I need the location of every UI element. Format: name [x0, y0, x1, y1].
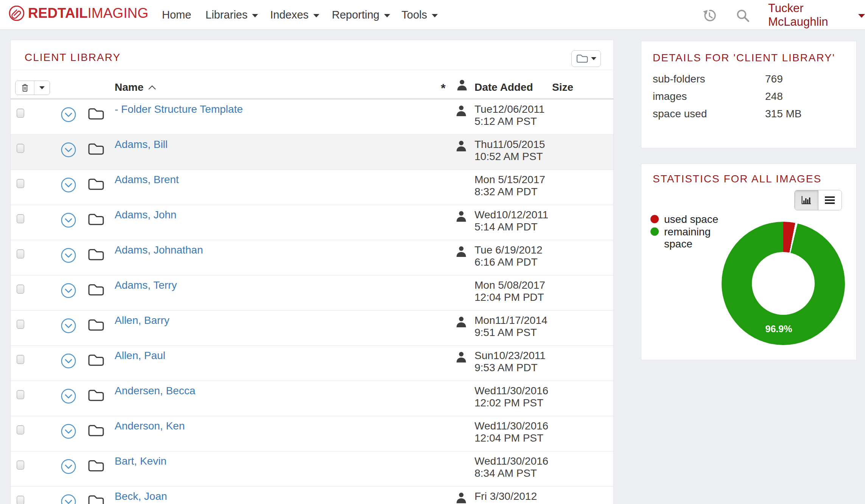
- folder-icon[interactable]: [87, 283, 104, 297]
- folder-name-link[interactable]: Adams, Johnathan: [115, 244, 203, 256]
- folder-name-link[interactable]: Adams, Brent: [115, 174, 179, 186]
- nav-item-label: Tools: [401, 9, 427, 21]
- expand-chevron-button[interactable]: [61, 213, 76, 228]
- folder-icon[interactable]: [87, 494, 104, 504]
- shared-person-icon: [456, 492, 467, 504]
- row-checkbox[interactable]: [17, 390, 24, 399]
- legend-item-remaining-space[interactable]: remaining space: [650, 226, 721, 250]
- date-added-cell: Mon 5/15/2017 8:32 AM PDT: [475, 174, 545, 198]
- expand-chevron-button[interactable]: [61, 424, 76, 439]
- folder-icon[interactable]: [87, 107, 104, 121]
- logo-text-light: IMAGING: [88, 5, 148, 21]
- detail-label: space used: [653, 108, 707, 120]
- row-checkbox[interactable]: [17, 496, 24, 504]
- folder-icon[interactable]: [87, 353, 104, 367]
- nav-item-indexes[interactable]: Indexes: [270, 0, 319, 30]
- expand-chevron-button[interactable]: [61, 142, 76, 157]
- delete-options-button[interactable]: [34, 81, 50, 95]
- expand-chevron-button[interactable]: [61, 318, 76, 333]
- folder-icon[interactable]: [87, 318, 104, 332]
- delete-button[interactable]: [16, 81, 34, 95]
- user-name: Tucker McLaughlin: [768, 2, 853, 29]
- client-library-panel: CLIENT LIBRARY Name *: [10, 40, 614, 504]
- folder-name-link[interactable]: - Folder Structure Template: [115, 103, 243, 115]
- row-checkbox[interactable]: [17, 144, 24, 153]
- folder-icon[interactable]: [87, 142, 104, 156]
- chart-view-toggle: [794, 190, 842, 210]
- folder-name-link[interactable]: Bart, Kevin: [115, 455, 166, 467]
- date-added: Wed11/30/2016: [475, 385, 548, 397]
- date-added: Wed10/12/2011: [475, 209, 548, 221]
- date-added: Sun10/23/2011: [475, 350, 546, 362]
- folder-icon[interactable]: [87, 389, 104, 402]
- folder-name-link[interactable]: Beck, Joan: [115, 490, 167, 502]
- nav-item-libraries[interactable]: Libraries: [205, 0, 258, 30]
- nav-item-label: Home: [162, 9, 191, 21]
- folder-name-link[interactable]: Andersen, Becca: [115, 385, 195, 397]
- folder-name-link[interactable]: Anderson, Ken: [115, 420, 185, 432]
- folder-icon[interactable]: [87, 424, 104, 437]
- expand-chevron-button[interactable]: [61, 353, 76, 369]
- time-added: 8:32 AM PDT: [475, 186, 545, 198]
- top-navbar: REDTAILIMAGING Home Libraries Indexes Re…: [0, 0, 865, 30]
- date-added-cell: Wed11/30/2016 12:02 PM PST: [475, 385, 548, 409]
- folder-icon[interactable]: [87, 213, 104, 226]
- folder-name-link[interactable]: Adams, Terry: [115, 279, 177, 291]
- date-added-cell: Fri 3/30/2012: [475, 490, 537, 502]
- folder-name-link[interactable]: Allen, Barry: [115, 314, 170, 327]
- row-checkbox[interactable]: [17, 460, 24, 470]
- legend-item-used-space[interactable]: used space: [650, 213, 721, 226]
- date-added: Thu11/05/2015: [475, 138, 545, 151]
- row-checkbox[interactable]: [17, 425, 24, 434]
- time-added: 12:04 PM PST: [475, 432, 548, 444]
- trash-icon: [21, 83, 29, 92]
- expand-chevron-button[interactable]: [61, 248, 76, 263]
- chart-view-button[interactable]: [795, 190, 818, 210]
- folder-icon[interactable]: [87, 459, 104, 473]
- folder-name-link[interactable]: Adams, Bill: [115, 138, 168, 151]
- expand-chevron-button[interactable]: [61, 459, 76, 474]
- search-button[interactable]: [736, 8, 750, 23]
- column-header-name[interactable]: Name: [115, 81, 156, 93]
- row-checkbox[interactable]: [17, 355, 24, 364]
- date-added-cell: Mon 5/08/2017 12:04 PM PDT: [475, 279, 545, 303]
- nav-item-reporting[interactable]: Reporting: [332, 0, 390, 30]
- column-header-shared: [456, 79, 468, 94]
- row-checkbox[interactable]: [17, 109, 24, 118]
- nav-item-tools[interactable]: Tools: [401, 0, 438, 30]
- nav-item-home[interactable]: Home: [162, 0, 191, 30]
- redtail-imaging-logo[interactable]: REDTAILIMAGING: [8, 5, 148, 22]
- list-view-button[interactable]: [818, 190, 842, 210]
- expand-chevron-button[interactable]: [61, 107, 76, 122]
- row-checkbox[interactable]: [17, 285, 24, 294]
- folder-name-link[interactable]: Allen, Paul: [115, 350, 165, 362]
- row-checkbox[interactable]: [17, 214, 24, 223]
- donut-percent-label: 96.9%: [756, 324, 801, 334]
- shared-person-icon: [456, 210, 467, 222]
- column-header-size: Size: [552, 81, 573, 93]
- date-added-cell: Sun10/23/2011 9:53 AM PDT: [475, 350, 546, 374]
- bar-chart-icon: [801, 196, 812, 205]
- expand-chevron-button[interactable]: [61, 494, 76, 504]
- row-checkbox[interactable]: [17, 179, 24, 188]
- expand-chevron-button[interactable]: [61, 177, 76, 193]
- nav-item-label: Reporting: [332, 9, 380, 21]
- search-icon: [736, 8, 750, 23]
- expand-chevron-button[interactable]: [61, 389, 76, 404]
- row-checkbox[interactable]: [17, 320, 24, 329]
- row-checkbox[interactable]: [17, 249, 24, 258]
- folder-icon[interactable]: [87, 248, 104, 261]
- date-added-cell: Tue 6/19/2012 6:16 AM PDT: [475, 244, 543, 268]
- details-panel-title: DETAILS FOR 'CLIENT LIBRARY': [653, 52, 835, 64]
- folder-name-link[interactable]: Adams, John: [115, 209, 176, 221]
- chevron-down-icon: [591, 57, 596, 60]
- table-header: Name * Date Added Size: [11, 70, 613, 100]
- logo-text-bold: REDTAIL: [28, 5, 88, 21]
- folder-icon[interactable]: [87, 177, 104, 191]
- user-menu[interactable]: Tucker McLaughlin: [768, 0, 865, 30]
- expand-chevron-button[interactable]: [61, 283, 76, 298]
- date-added: Mon 5/15/2017: [475, 174, 545, 186]
- detail-value: 248: [765, 90, 783, 103]
- folder-options-button[interactable]: [571, 50, 601, 67]
- history-button[interactable]: [702, 8, 717, 23]
